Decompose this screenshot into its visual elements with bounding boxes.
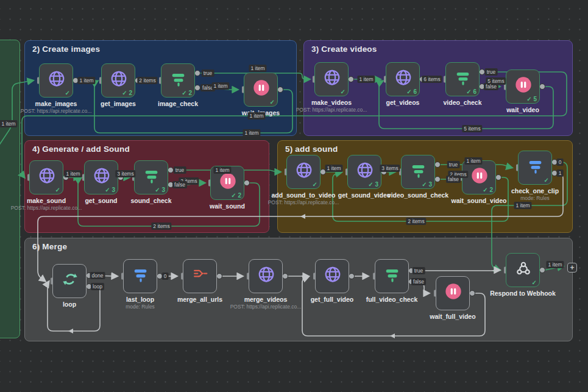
- connection-label-chip: false: [411, 278, 426, 285]
- connection-label-chip: 1 item: [514, 202, 531, 209]
- node-make_images[interactable]: ✓: [39, 63, 73, 98]
- connection-label-chip: 2 items: [406, 218, 426, 225]
- connection-label-chip: true: [202, 69, 214, 77]
- output-anchor-sound_check[interactable]: [168, 168, 174, 173]
- globe-icon: [394, 68, 413, 87]
- node-last_loop[interactable]: [123, 259, 157, 293]
- connection-label-chip: loop: [91, 283, 104, 290]
- node-sound_check[interactable]: ✓ 3: [134, 160, 168, 194]
- output-anchor-merge_videos[interactable]: [283, 274, 288, 279]
- globe-icon: [323, 68, 341, 87]
- connection-label-chip: 0: [162, 273, 169, 280]
- connection-label-chip: 3 items: [380, 165, 400, 172]
- output-anchor-get_full_video[interactable]: [349, 274, 355, 279]
- switch-green-icon: [409, 161, 428, 179]
- pause-icon: [514, 76, 533, 94]
- output-anchor-merge_all_urls[interactable]: [217, 274, 222, 279]
- success-check-badge: ✓ 3: [105, 187, 115, 193]
- connection-direction-arrow: [300, 214, 305, 219]
- connection-label-chip: 1 item: [247, 112, 265, 119]
- output-anchor-wait_sound_video[interactable]: [496, 175, 501, 180]
- workflow-canvas[interactable]: 2) Create images3) Create videos4) Gener…: [0, 0, 588, 392]
- node-check_one_clip[interactable]: ✓: [518, 151, 552, 185]
- output-anchor-make_videos[interactable]: [349, 77, 354, 82]
- success-check-badge: ✓: [313, 181, 317, 188]
- node-wait_images[interactable]: ✓: [244, 73, 278, 107]
- globe-icon: [93, 166, 111, 185]
- success-check-badge: ✓: [544, 177, 549, 184]
- success-check-badge: ✓: [65, 90, 70, 96]
- connection-label-chip: 2 items: [137, 77, 157, 84]
- globe-icon: [110, 69, 128, 88]
- connection-label-chip: true: [447, 161, 460, 168]
- merge-icon: [191, 265, 210, 283]
- output-anchor-video_sound_check[interactable]: [435, 177, 441, 182]
- loop-icon: [61, 270, 79, 288]
- node-subtitle-make_videos: POST: https://api.replicate.co...: [274, 107, 389, 113]
- connection-label-chip: 1 item: [325, 165, 342, 172]
- node-subtitle-add_sound_to_video: POST: https://api.replicate.co...: [246, 199, 361, 205]
- node-get_images[interactable]: ✓ 2: [101, 63, 135, 98]
- node-subtitle-last_loop: mode: Rules: [82, 304, 198, 310]
- connection-label-chip: 1 item: [546, 261, 564, 268]
- connection-label-chip: 1 item: [213, 166, 231, 174]
- node-image_check[interactable]: ✓ 2: [161, 63, 195, 98]
- node-label-wait_full_video: wait_full_video: [404, 313, 501, 320]
- node-make_sound[interactable]: ✓: [29, 160, 63, 194]
- node-wait_video[interactable]: ✓ 5: [506, 69, 540, 104]
- node-video_check[interactable]: ✓ 6: [445, 62, 480, 96]
- success-check-badge: ✓: [270, 99, 275, 105]
- node-make_videos[interactable]: ✓: [314, 62, 349, 96]
- switch-blue-icon: [132, 265, 150, 283]
- globe-icon: [356, 161, 374, 179]
- node-video_sound_check[interactable]: ✓ 3: [401, 155, 435, 189]
- node-get_videos[interactable]: ✓ 6: [386, 62, 420, 96]
- output-anchor-wait_video[interactable]: [540, 84, 545, 90]
- node-label-wait_video: wait_video: [474, 106, 572, 113]
- output-anchor-video_check[interactable]: [480, 69, 485, 75]
- connection-label-chip: 2 items: [151, 223, 171, 230]
- node-merge_all_urls[interactable]: [183, 259, 217, 293]
- connection-label-chip: true: [413, 267, 425, 274]
- pause-icon: [252, 79, 271, 97]
- output-anchor-wait_images[interactable]: [278, 87, 283, 93]
- connection-label-chip: 1 item: [243, 129, 260, 137]
- output-anchor-wait_sound[interactable]: [244, 180, 250, 186]
- node-label-image_check: image_check: [129, 100, 227, 107]
- node-wait_full_video[interactable]: [436, 276, 470, 310]
- connection-direction-arrow: [390, 333, 395, 338]
- connection-label-chip: 1 item: [77, 77, 95, 84]
- node-respond_webhook[interactable]: ✓: [506, 253, 540, 287]
- node-loop[interactable]: [52, 264, 87, 298]
- globe-icon: [295, 161, 313, 179]
- connection-label-chip: 1 item: [64, 170, 82, 177]
- globe-icon: [38, 166, 56, 185]
- success-check-badge: ✓ 2: [122, 90, 132, 96]
- connection-label-chip: 1 item: [249, 65, 266, 72]
- output-anchor-image_check[interactable]: [195, 85, 200, 91]
- output-anchor-video_sound_check[interactable]: [435, 162, 441, 168]
- node-get_sound_video[interactable]: ✓ 3: [347, 155, 381, 189]
- connection-label-chip: false: [172, 181, 187, 188]
- connection-label-chip: 0: [557, 159, 564, 166]
- success-check-badge: ✓ 6: [466, 88, 476, 95]
- connection-direction-arrow: [68, 329, 73, 333]
- output-anchor-respond_webhook[interactable]: [540, 268, 545, 273]
- globe-icon: [48, 69, 66, 88]
- node-add_sound_to_video[interactable]: ✓: [286, 155, 321, 189]
- connection-label-chip: done: [90, 272, 105, 279]
- connection-label-chip: 1: [557, 169, 564, 177]
- node-get_full_video[interactable]: [315, 259, 349, 293]
- node-subtitle-make_sound: POST: https://api.replicate.co...: [0, 205, 104, 211]
- pause-icon: [470, 166, 489, 185]
- switch-green-icon: [383, 265, 402, 283]
- connection-label-chip: false: [484, 83, 498, 90]
- node-label-full_video_check: full_video_check: [343, 296, 441, 303]
- success-check-badge: ✓ 3: [422, 181, 432, 188]
- success-check-badge: ✓ 6: [406, 88, 417, 95]
- node-get_sound[interactable]: ✓ 3: [84, 160, 118, 194]
- node-merge_videos[interactable]: [249, 259, 283, 293]
- node-full_video_check[interactable]: [375, 259, 409, 293]
- output-anchor-image_check[interactable]: [195, 71, 200, 76]
- add-node-button[interactable]: +: [567, 263, 577, 273]
